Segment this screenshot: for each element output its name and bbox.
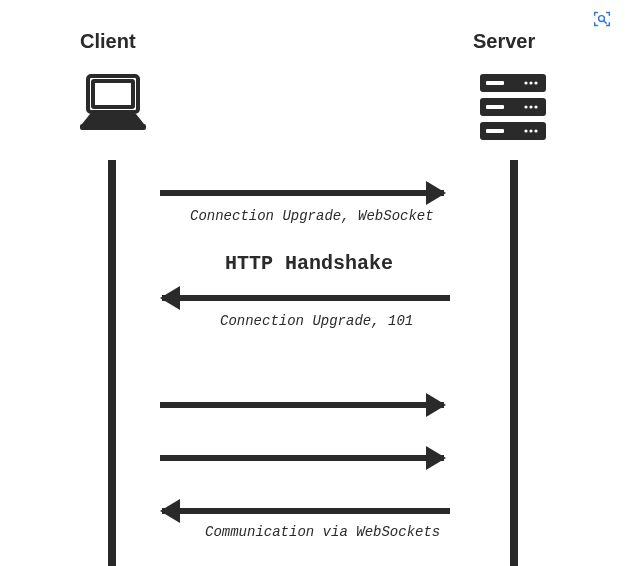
- svg-point-13: [524, 105, 527, 108]
- svg-point-18: [534, 129, 537, 132]
- label-comm-via-ws: Communication via WebSockets: [205, 524, 440, 540]
- svg-rect-3: [80, 124, 146, 130]
- svg-point-10: [524, 81, 527, 84]
- server-title: Server: [473, 30, 535, 53]
- svg-rect-2: [93, 81, 133, 107]
- server-stack-icon: [480, 72, 546, 142]
- server-lifeline: [510, 160, 518, 566]
- client-lifeline: [108, 160, 116, 566]
- svg-rect-9: [486, 129, 504, 133]
- svg-point-15: [534, 105, 537, 108]
- svg-point-16: [524, 129, 527, 132]
- arrow-ws-recv: [162, 508, 450, 514]
- arrow-upgrade-response: [162, 295, 450, 301]
- diagram-canvas: Client Server: [0, 0, 625, 566]
- svg-point-14: [529, 105, 532, 108]
- laptop-icon: [78, 72, 148, 136]
- arrow-ws-send-2: [160, 455, 444, 461]
- arrow-upgrade-request: [160, 190, 444, 196]
- arrow-ws-send-1: [160, 402, 444, 408]
- svg-rect-7: [486, 81, 504, 85]
- svg-point-11: [529, 81, 532, 84]
- svg-point-12: [534, 81, 537, 84]
- svg-point-17: [529, 129, 532, 132]
- section-title-handshake: HTTP Handshake: [225, 252, 393, 275]
- label-upgrade-response: Connection Upgrade, 101: [220, 313, 413, 329]
- image-search-icon[interactable]: [591, 8, 613, 30]
- svg-rect-8: [486, 105, 504, 109]
- label-upgrade-request: Connection Upgrade, WebSocket: [190, 208, 434, 224]
- client-title: Client: [80, 30, 136, 53]
